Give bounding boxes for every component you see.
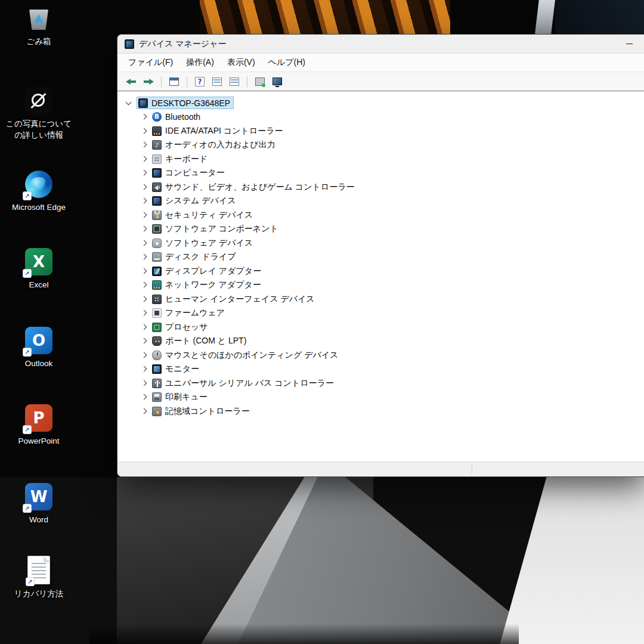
device-category-row[interactable]: ソフトウェア デバイス xyxy=(122,236,644,250)
outlook-icon xyxy=(25,327,52,354)
chevron-down-icon[interactable] xyxy=(125,99,133,107)
desktop-icon-word[interactable]: Word xyxy=(2,483,75,526)
chevron-right-icon[interactable] xyxy=(140,141,148,149)
device-category-row[interactable]: 記憶域コントローラー xyxy=(122,404,644,419)
chevron-right-icon[interactable] xyxy=(140,351,148,360)
device-category-row[interactable]: モニター xyxy=(122,363,644,377)
device-category-row[interactable]: セキュリティ デバイス xyxy=(122,208,644,222)
device-category-row[interactable]: ファームウェア xyxy=(122,306,644,321)
menu-help[interactable]: ヘルプ(H) xyxy=(262,54,311,71)
chevron-right-icon[interactable] xyxy=(140,309,148,317)
chevron-right-icon[interactable] xyxy=(140,281,148,289)
chevron-right-icon[interactable] xyxy=(140,169,148,177)
chevron-right-icon[interactable] xyxy=(140,113,148,121)
device-category-row[interactable]: IDE ATA/ATAPI コントローラー xyxy=(122,124,644,138)
desktop-icon-label: Excel xyxy=(29,280,48,291)
toolbar-separator xyxy=(161,76,162,87)
device-category-row[interactable]: コンピューター xyxy=(122,166,644,181)
print-queues-icon xyxy=(152,392,162,402)
chevron-right-icon[interactable] xyxy=(140,295,148,304)
chevron-right-icon[interactable] xyxy=(140,183,148,191)
desktop-icon-excel[interactable]: Excel xyxy=(2,248,75,291)
desktop-icon-photo-info[interactable]: この写真についての詳しい情報 xyxy=(2,87,75,141)
device-category-row[interactable]: ユニバーサル シリアル バス コントローラー xyxy=(122,376,644,391)
device-category-row[interactable]: キーボード xyxy=(122,152,644,166)
chevron-right-icon[interactable] xyxy=(140,253,148,261)
desktop-icon-label: Word xyxy=(29,515,48,526)
recycle-bin-icon xyxy=(25,5,52,32)
device-category-label: IDE ATA/ATAPI コントローラー xyxy=(165,126,283,137)
wallpaper-orange-stripes xyxy=(200,0,450,36)
minimize-button[interactable] xyxy=(616,35,642,53)
forward-icon[interactable] xyxy=(142,75,155,88)
device-category-label: システム デバイス xyxy=(165,196,236,206)
desktop-icon-edge[interactable]: Microsoft Edge xyxy=(2,171,75,213)
device-category-label: モニター xyxy=(165,364,199,374)
device-category-row[interactable]: ソフトウェア コンポーネント xyxy=(122,222,644,237)
firmware-icon xyxy=(152,308,162,318)
chevron-right-icon[interactable] xyxy=(140,239,148,247)
shortcut-arrow-icon xyxy=(26,577,35,586)
device-properties-icon[interactable] xyxy=(228,75,241,88)
device-category-row[interactable]: ヒューマン インターフェイス デバイス xyxy=(122,292,644,306)
chevron-right-icon[interactable] xyxy=(140,155,148,163)
storage-controllers-icon xyxy=(152,407,162,416)
chevron-right-icon[interactable] xyxy=(140,365,148,373)
device-manager-window: デバイス マネージャー ファイル(F)操作(A)表示(V)ヘルプ(H) DESK… xyxy=(117,34,644,477)
desktop-icon-recycle-bin[interactable]: ごみ箱 xyxy=(2,5,75,48)
device-category-row[interactable]: プロセッサ xyxy=(122,320,644,335)
chevron-right-icon[interactable] xyxy=(140,337,148,345)
chevron-right-icon[interactable] xyxy=(140,379,148,388)
back-icon[interactable] xyxy=(125,75,138,88)
device-category-row[interactable]: ポート (COM と LPT) xyxy=(122,335,644,349)
desktop-icon-recovery-doc[interactable]: リカバリ方法 xyxy=(2,556,75,600)
computer-icon xyxy=(152,168,162,178)
device-category-row[interactable]: マウスとそのほかのポインティング デバイス xyxy=(122,348,644,363)
chevron-right-icon[interactable] xyxy=(140,197,148,205)
desktop: ごみ箱 この写真についての詳しい情報 Microsoft Edge Excel … xyxy=(0,0,644,644)
device-list-icon[interactable] xyxy=(210,75,224,88)
word-icon xyxy=(25,483,52,510)
device-category-row[interactable]: Bluetooth xyxy=(122,110,644,125)
device-manager-icon xyxy=(125,39,134,49)
desktop-icon-powerpoint[interactable]: PowerPoint xyxy=(2,404,75,447)
device-tree-root-row[interactable]: DESKTOP-G3648EP xyxy=(122,96,644,110)
console-window-icon[interactable] xyxy=(168,75,181,88)
mice-icon xyxy=(152,351,162,360)
scan-hardware-icon[interactable] xyxy=(253,75,267,88)
menu-file[interactable]: ファイル(F) xyxy=(122,54,179,71)
device-category-row[interactable]: システム デバイス xyxy=(122,194,644,209)
desktop-icon-label: リカバリ方法 xyxy=(14,589,63,600)
chevron-right-icon[interactable] xyxy=(140,407,148,416)
device-category-row[interactable]: サウンド、ビデオ、およびゲーム コントローラー xyxy=(122,180,644,194)
menu-action[interactable]: 操作(A) xyxy=(180,54,220,71)
menu-view[interactable]: 表示(V) xyxy=(221,54,261,71)
device-category-label: ディスク ドライブ xyxy=(165,252,236,262)
computer-view-icon[interactable] xyxy=(271,75,284,88)
device-tree: DESKTOP-G3648EP Bluetooth IDE ATA/ATAPI … xyxy=(117,91,644,462)
device-category-row[interactable]: ネットワーク アダプター xyxy=(122,278,644,293)
chevron-right-icon[interactable] xyxy=(140,127,148,135)
shortcut-arrow-icon xyxy=(23,191,32,200)
shortcut-arrow-icon xyxy=(23,504,32,513)
ports-icon xyxy=(152,336,162,346)
device-category-row[interactable]: ディスク ドライブ xyxy=(122,250,644,265)
audio-inputs-outputs-icon xyxy=(152,140,162,150)
desktop-icon-outlook[interactable]: Outlook xyxy=(2,327,75,370)
device-category-label: ネットワーク アダプター xyxy=(165,280,261,290)
chevron-right-icon[interactable] xyxy=(140,267,148,275)
device-category-label: ソフトウェア コンポーネント xyxy=(165,224,278,234)
chevron-right-icon[interactable] xyxy=(140,323,148,332)
device-category-row[interactable]: オーディオの入力および出力 xyxy=(122,138,644,153)
computer-icon xyxy=(138,98,148,108)
device-category-row[interactable]: ディスプレイ アダプター xyxy=(122,264,644,278)
device-category-row[interactable]: 印刷キュー xyxy=(122,391,644,405)
network-adapters-icon xyxy=(152,280,162,290)
chevron-right-icon[interactable] xyxy=(140,393,148,401)
chevron-right-icon[interactable] xyxy=(140,211,148,219)
device-category-label: コンピューター xyxy=(165,168,225,178)
shortcut-arrow-icon xyxy=(23,425,32,434)
chevron-right-icon[interactable] xyxy=(140,225,148,233)
wallpaper-bottom-shade xyxy=(89,624,519,644)
help-icon[interactable] xyxy=(193,75,206,88)
